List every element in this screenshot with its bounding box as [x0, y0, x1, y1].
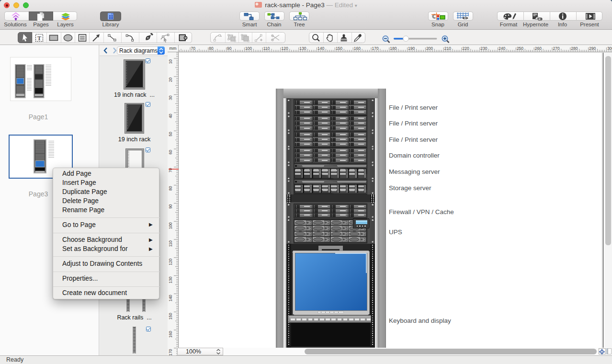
svg-text:170: 170 [372, 46, 379, 51]
svg-text:250: 250 [517, 46, 523, 51]
svg-text:80: 80 [209, 46, 214, 51]
svg-text:60: 60 [168, 150, 173, 155]
svg-text:170: 170 [168, 349, 173, 355]
svg-text:140: 140 [317, 46, 324, 51]
svg-text:110: 110 [263, 46, 270, 51]
svg-text:110: 110 [168, 240, 173, 247]
svg-text:T: T [37, 34, 41, 41]
svg-text:200: 200 [426, 46, 433, 51]
svg-text:120: 120 [168, 259, 173, 265]
svg-text:80: 80 [168, 186, 173, 191]
svg-text:40: 40 [168, 114, 173, 118]
svg-text:230: 230 [480, 46, 487, 51]
svg-text:240: 240 [499, 46, 505, 51]
svg-text:30: 30 [168, 95, 173, 100]
svg-text:100: 100 [245, 46, 252, 51]
svg-text:50: 50 [168, 132, 173, 136]
svg-text:20: 20 [168, 78, 173, 82]
svg-text:160: 160 [354, 46, 361, 51]
svg-text:70: 70 [191, 46, 196, 51]
svg-text:120: 120 [282, 46, 288, 51]
svg-text:90: 90 [227, 46, 232, 51]
svg-text:300: 300 [607, 46, 612, 51]
svg-text:180: 180 [390, 46, 397, 51]
svg-text:150: 150 [168, 313, 173, 319]
svg-text:10: 10 [168, 59, 173, 64]
svg-text:150: 150 [336, 46, 342, 51]
svg-text:90: 90 [168, 204, 173, 209]
svg-text:140: 140 [168, 295, 173, 301]
svg-text:210: 210 [444, 46, 451, 51]
svg-text:290: 290 [589, 46, 596, 51]
svg-text:280: 280 [571, 46, 578, 51]
svg-text:160: 160 [168, 331, 173, 338]
svg-text:70: 70 [168, 168, 173, 173]
svg-text:100: 100 [168, 222, 173, 229]
svg-text:260: 260 [535, 46, 542, 51]
svg-text:130: 130 [168, 276, 173, 283]
svg-text:130: 130 [299, 46, 306, 51]
svg-text:220: 220 [463, 46, 469, 51]
svg-text:190: 190 [408, 46, 415, 51]
svg-text:270: 270 [553, 46, 560, 51]
